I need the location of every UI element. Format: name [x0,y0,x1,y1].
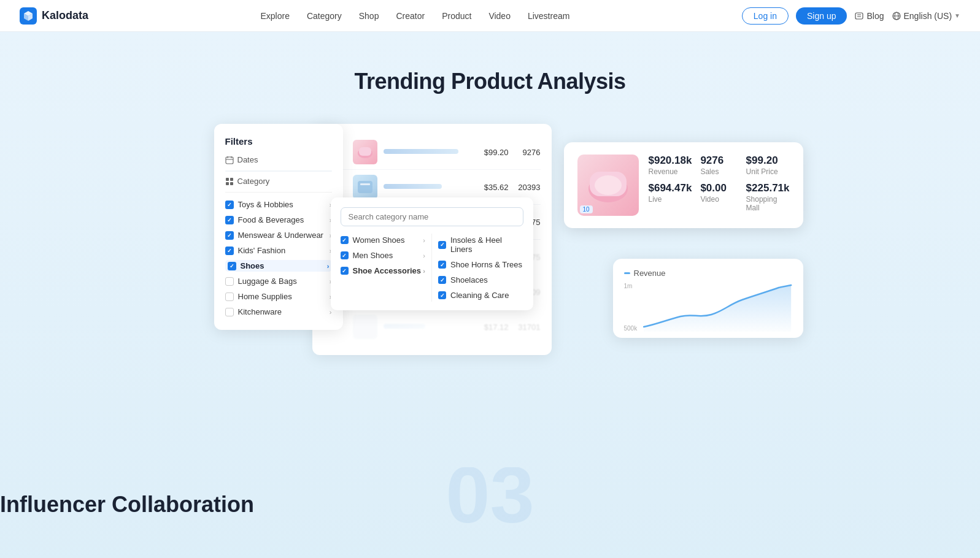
product-img [354,176,376,198]
svg-point-23 [595,175,622,195]
dropdown-men-shoes[interactable]: ✓ Men Shoes › [341,249,426,262]
category-item-kids[interactable]: ✓ Kids' Fashion › [225,245,332,256]
legend-dot [624,272,630,274]
chevron-icon: › [423,252,425,259]
product-thumbnail [353,175,377,199]
live-label: Live [649,195,692,204]
influencer-section: 03 Influencer Collaboration [0,467,980,554]
label-shoe-accessories: Shoe Accessories [353,266,422,275]
dropdown-insoles[interactable]: ✓ Insoles & Heel Liners [438,234,523,256]
checkbox-menswear[interactable]: ✓ [225,231,234,240]
stats-card: 10 $920.18k Revenue 9276 Sales $99.20 Un… [564,142,803,228]
product-price: $35.62 [473,183,509,192]
nav-explore[interactable]: Explore [260,11,289,21]
stat-revenue: $920.18k Revenue [649,155,692,176]
sales-value: 9276 [700,155,737,167]
login-button[interactable]: Log in [742,7,789,25]
logo-text: Kalodata [42,9,88,22]
product-bar-wrap [384,324,467,331]
revenue-label: Revenue [649,167,692,176]
nav-livestream[interactable]: Livestream [528,11,569,21]
stats-grid: $920.18k Revenue 9276 Sales $99.20 Unit … [649,155,790,212]
chart-svg [643,283,792,332]
y-label-top: 1m [624,283,638,289]
product-bar [384,324,425,329]
filters-category[interactable]: Category [225,177,332,186]
product-bar-wrap [384,184,467,191]
checkbox-home[interactable] [225,292,234,301]
checkbox-toys[interactable]: ✓ [225,201,234,209]
signup-button[interactable]: Sign up [796,7,847,25]
product-sales: 31701 [515,323,541,332]
stats-product-image: 10 [577,155,639,216]
category-item-kitchen[interactable]: Kitchenware › [225,306,332,318]
category-label: Category [237,177,270,186]
checkbox-food[interactable]: ✓ [225,216,234,224]
nav-creator[interactable]: Creator [396,11,425,21]
product-thumbnail [353,315,377,339]
category-item-luggage[interactable]: Luggage & Bags › [225,275,332,287]
product-bar-wrap [384,149,467,156]
product-sales: 20393 [515,183,541,192]
category-label-menswear: Menswear & Underwear [238,231,323,240]
product-sales: 9276 [515,148,541,157]
nav-blog-link[interactable]: Blog [854,11,884,21]
category-item-food[interactable]: ✓ Food & Beverages › [225,214,332,226]
search-input[interactable] [341,207,523,226]
product-img [354,141,376,163]
mall-label: Shopping Mall [746,195,790,212]
check-shoelaces[interactable]: ✓ [438,276,446,284]
svg-rect-14 [230,182,233,185]
svg-rect-17 [358,181,372,193]
dropdown-shoe-accessories[interactable]: ✓ Shoe Accessories › [341,264,426,277]
checkbox-kids[interactable]: ✓ [225,247,234,255]
nav-product[interactable]: Product [442,11,471,21]
badge-num: 10 [583,206,590,213]
video-label: Video [700,195,737,204]
filters-dates[interactable]: Dates [225,155,332,164]
svg-rect-12 [230,178,233,181]
sales-label: Sales [700,167,737,176]
dropdown-women-shoes[interactable]: ✓ Women Shoes › [341,234,426,247]
nav-category[interactable]: Category [307,11,342,21]
product-price: $17.12 [473,323,509,332]
revenue-chart: Revenue 1m 500k [613,259,803,338]
dropdown-cleaning[interactable]: ✓ Cleaning & Care [438,289,523,302]
chevron-icon: › [423,267,425,275]
revenue-value: $920.18k [649,155,692,167]
filters-title: Filters [225,136,332,147]
stat-video: $0.00 Video [700,182,737,212]
unit-price-label: Unit Price [746,167,790,176]
language-selector[interactable]: English (US) ▼ [892,11,961,21]
lang-chevron-icon: ▼ [954,12,960,19]
dropdown-shoelaces[interactable]: ✓ Shoelaces [438,273,523,286]
category-item-shoes[interactable]: ✓ Shoes › [225,260,332,272]
label-women-shoes: Women Shoes [353,235,405,245]
category-item-menswear[interactable]: ✓ Menswear & Underwear › [225,229,332,241]
category-item-toys[interactable]: ✓ Toys & Hobbies › [225,199,332,210]
dropdown-shoe-horns[interactable]: ✓ Shoe Horns & Trees [438,258,523,271]
logo[interactable]: Kalodata [20,7,88,25]
nav-shop[interactable]: Shop [359,11,379,21]
checkbox-luggage[interactable] [225,277,234,286]
chart-y-axis: 1m 500k [624,283,640,332]
mall-value: $225.71k [746,182,790,194]
check-women-shoes[interactable]: ✓ [341,236,349,244]
category-item-home[interactable]: Home Supplies › [225,291,332,302]
checkbox-kitchen[interactable] [225,308,234,316]
nav-video[interactable]: Video [488,11,511,21]
product-price: $99.20 [473,148,509,157]
chevron-icon: › [423,237,425,244]
check-insoles[interactable]: ✓ [438,241,446,249]
check-shoe-horns[interactable]: ✓ [438,261,446,269]
checkbox-shoes[interactable]: ✓ [228,262,236,270]
product-bar [384,184,442,189]
stat-live: $694.47k Live [649,182,692,212]
check-shoe-accessories[interactable]: ✓ [341,267,349,275]
video-value: $0.00 [700,182,737,194]
stat-mall: $225.71k Shopping Mall [746,182,790,212]
check-men-shoes[interactable]: ✓ [341,251,349,259]
check-cleaning[interactable]: ✓ [438,291,446,299]
filters-card: Filters Dates Category [214,124,343,330]
globe-icon [892,11,901,21]
